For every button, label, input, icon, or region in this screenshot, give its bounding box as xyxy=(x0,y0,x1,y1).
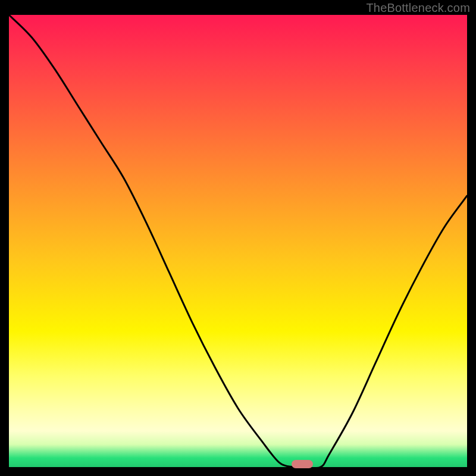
watermark-text: TheBottleneck.com xyxy=(366,1,470,15)
optimal-marker xyxy=(292,460,313,468)
chart-svg xyxy=(9,15,467,467)
chart-frame: TheBottleneck.com xyxy=(0,0,476,476)
bottleneck-curve-line xyxy=(9,15,467,467)
chart-plot-area xyxy=(9,15,467,467)
